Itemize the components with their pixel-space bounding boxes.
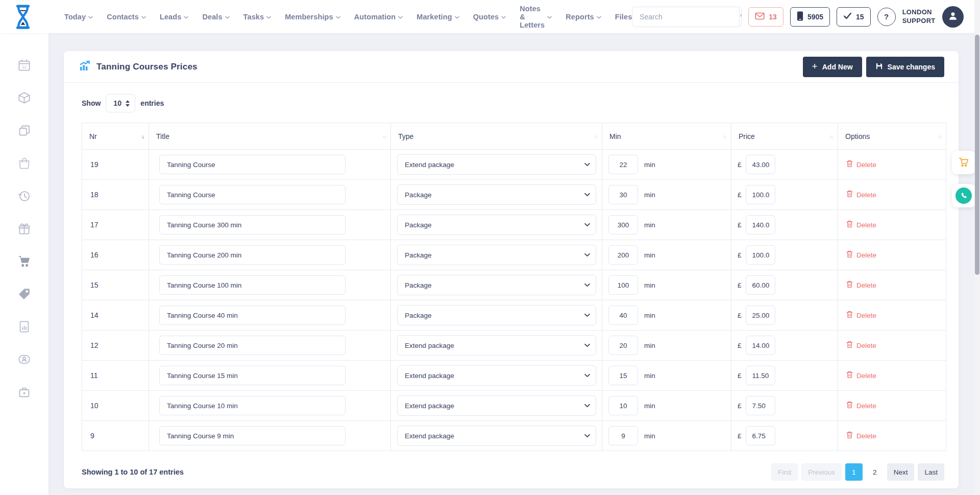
min-input[interactable]: [608, 245, 638, 265]
type-select[interactable]: Extend package: [397, 365, 596, 386]
price-input[interactable]: [746, 245, 775, 265]
nav-item-contacts[interactable]: Contacts: [107, 13, 146, 21]
floating-cart-button[interactable]: [952, 151, 975, 174]
sidebar-item-briefcase[interactable]: [17, 386, 32, 400]
price-input[interactable]: [746, 426, 775, 445]
column-header-type[interactable]: Type↑↓: [391, 123, 602, 150]
price-input[interactable]: [746, 336, 775, 355]
help-button[interactable]: ?: [877, 8, 896, 26]
nav-item-files[interactable]: Files: [615, 13, 632, 21]
delete-button[interactable]: Delete: [846, 250, 876, 260]
title-input[interactable]: [159, 305, 346, 325]
title-input[interactable]: [159, 275, 346, 295]
price-input[interactable]: [746, 366, 775, 385]
avatar[interactable]: [942, 6, 964, 28]
nav-item-notes-letters[interactable]: Notes & Letters: [520, 5, 552, 29]
page-button-1[interactable]: 1: [845, 463, 863, 481]
type-select[interactable]: Package: [397, 215, 596, 235]
sidebar-item-report-chart[interactable]: [17, 320, 32, 335]
min-input[interactable]: [608, 185, 638, 204]
sidebar-item-cart[interactable]: [17, 255, 32, 269]
app-logo-hourglass-icon[interactable]: [12, 3, 34, 31]
sidebar-item-user-badge[interactable]: [17, 353, 32, 367]
column-header-price[interactable]: Price↑↓: [731, 123, 838, 150]
search-input[interactable]: [632, 13, 739, 21]
title-input[interactable]: [159, 426, 346, 445]
delete-button[interactable]: Delete: [846, 371, 876, 380]
page-button-next[interactable]: Next: [887, 463, 915, 481]
min-input[interactable]: [608, 275, 638, 295]
nav-item-tasks[interactable]: Tasks: [243, 13, 272, 21]
page-button-last[interactable]: Last: [918, 463, 944, 481]
nav-item-leads[interactable]: Leads: [160, 13, 188, 21]
delete-button[interactable]: Delete: [846, 401, 876, 410]
delete-button[interactable]: Delete: [846, 341, 876, 350]
column-header-title[interactable]: Title↑↓: [149, 123, 391, 150]
price-input[interactable]: [746, 305, 775, 325]
tasks-badge[interactable]: 15: [837, 7, 871, 27]
price-input[interactable]: [746, 155, 775, 174]
nav-item-today[interactable]: Today: [64, 13, 93, 21]
type-select[interactable]: Extend package: [397, 335, 596, 356]
type-select[interactable]: Extend package: [397, 154, 596, 175]
title-input[interactable]: [159, 396, 346, 415]
price-input[interactable]: [746, 396, 775, 415]
type-select[interactable]: Package: [397, 184, 596, 205]
price-input[interactable]: [746, 215, 775, 234]
nav-item-marketing[interactable]: Marketing: [416, 13, 459, 21]
scrollbar-thumb[interactable]: [975, 35, 979, 275]
min-input[interactable]: [608, 396, 638, 415]
title-input[interactable]: [159, 366, 346, 385]
title-input[interactable]: [159, 155, 346, 174]
delete-button[interactable]: Delete: [846, 280, 876, 290]
price-input[interactable]: [746, 185, 775, 204]
nav-item-quotes[interactable]: Quotes: [473, 13, 506, 21]
floating-phone-button[interactable]: [952, 184, 975, 207]
page-size-select[interactable]: 10: [108, 99, 122, 107]
delete-button[interactable]: Delete: [846, 160, 876, 169]
min-input[interactable]: [608, 305, 638, 325]
min-input[interactable]: [608, 336, 638, 355]
min-input[interactable]: [608, 366, 638, 385]
min-input[interactable]: [608, 426, 638, 445]
save-changes-button[interactable]: Save changes: [866, 57, 944, 77]
column-header-options[interactable]: Options↑↓: [838, 123, 946, 150]
type-select[interactable]: Package: [397, 275, 596, 295]
calls-badge[interactable]: 5905: [790, 7, 830, 27]
page-button-previous[interactable]: Previous: [801, 463, 842, 481]
sidebar-item-history[interactable]: [17, 190, 32, 204]
sidebar-item-copy-pages[interactable]: [17, 124, 32, 138]
sidebar-item-shopping-bag[interactable]: [17, 157, 32, 171]
type-select[interactable]: Extend package: [397, 426, 596, 446]
nav-item-reports[interactable]: Reports: [566, 13, 601, 21]
title-input[interactable]: [159, 336, 346, 355]
nav-item-memberships[interactable]: Memberships: [285, 13, 340, 21]
type-select[interactable]: Package: [397, 245, 596, 265]
nav-item-automation[interactable]: Automation: [354, 13, 403, 21]
delete-button[interactable]: Delete: [846, 431, 876, 440]
page-button-2[interactable]: 2: [866, 463, 884, 481]
add-new-button[interactable]: + Add New: [803, 57, 862, 77]
delete-button[interactable]: Delete: [846, 311, 876, 320]
delete-button[interactable]: Delete: [846, 220, 876, 229]
price-input[interactable]: [746, 275, 775, 295]
page-button-first[interactable]: First: [771, 463, 798, 481]
messages-badge[interactable]: 13: [748, 7, 783, 27]
sidebar-item-gift[interactable]: [17, 222, 32, 237]
title-input[interactable]: [159, 185, 346, 204]
nav-item-deals[interactable]: Deals: [202, 13, 229, 21]
sidebar-item-calendar[interactable]: 12: [17, 59, 32, 73]
sidebar-item-price-tag[interactable]: [17, 288, 32, 302]
sidebar-item-package[interactable]: [17, 91, 32, 106]
column-header-min[interactable]: Min↑↓: [602, 123, 731, 150]
delete-button[interactable]: Delete: [846, 190, 876, 199]
search-button[interactable]: [739, 7, 742, 27]
title-input[interactable]: [159, 215, 346, 234]
min-input[interactable]: [608, 155, 638, 174]
type-select[interactable]: Package: [397, 305, 596, 325]
title-input[interactable]: [159, 245, 346, 265]
vertical-scrollbar[interactable]: [974, 0, 980, 495]
column-header-nr[interactable]: Nr↑↓: [82, 123, 149, 150]
type-select[interactable]: Extend package: [397, 395, 596, 416]
min-input[interactable]: [608, 215, 638, 234]
